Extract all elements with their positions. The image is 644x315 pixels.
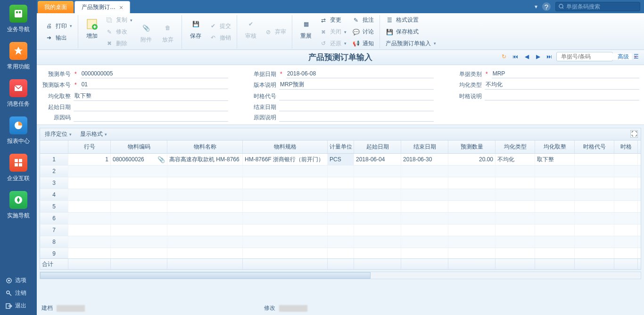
- cell-qty[interactable]: 20.00: [448, 154, 495, 165]
- format-set-button[interactable]: ☰格式设置: [383, 15, 439, 25]
- field-version[interactable]: 01: [81, 81, 228, 89]
- display-format-button[interactable]: 显示格式▾: [80, 130, 107, 138]
- cell-name[interactable]: 高容高速存取款机 HM-8766: [167, 154, 243, 165]
- export-button[interactable]: ➜输出: [42, 33, 75, 43]
- col-spec[interactable]: 物料规格: [243, 141, 328, 153]
- print-button[interactable]: 🖨打印▾: [42, 21, 75, 31]
- table-row[interactable]: 3: [40, 177, 641, 189]
- modify-button[interactable]: ✎修改: [103, 27, 135, 37]
- add-button[interactable]: 增加: [81, 15, 103, 49]
- field-order-no[interactable]: 0000000005: [81, 70, 228, 78]
- discard-button[interactable]: 🗑放弃: [157, 19, 179, 45]
- rail-options[interactable]: 选项: [5, 274, 32, 287]
- first-icon[interactable]: ⏮: [511, 52, 520, 61]
- save-button[interactable]: 💾保存: [185, 15, 206, 49]
- next-icon[interactable]: ▶: [534, 52, 542, 61]
- rail-exit[interactable]: 退出: [5, 299, 32, 312]
- table-row[interactable]: 6: [40, 213, 641, 224]
- scrollbar-thumb[interactable]: [40, 272, 371, 279]
- barcode-search-input[interactable]: [566, 3, 637, 10]
- tab-active-forecast[interactable]: 产品预测订… ×: [74, 1, 130, 13]
- col-material-name[interactable]: 物料名称: [167, 141, 243, 153]
- expand-icon[interactable]: ⛶: [630, 130, 638, 138]
- field-end[interactable]: [279, 103, 434, 111]
- field-reason[interactable]: [74, 113, 228, 122]
- table-row[interactable]: 2: [40, 166, 641, 177]
- rail-item-favorites[interactable]: 常用功能: [0, 38, 37, 75]
- field-timecode[interactable]: [279, 92, 434, 100]
- cell-round[interactable]: 取下整: [535, 154, 575, 165]
- sort-button[interactable]: 排序定位▾: [45, 130, 72, 138]
- prev-icon[interactable]: ◀: [522, 52, 531, 61]
- tab-desktop[interactable]: 我的桌面: [38, 1, 74, 13]
- cell-uniform[interactable]: 不均化: [495, 154, 535, 165]
- table-row[interactable]: 7: [40, 224, 641, 236]
- barcode-search[interactable]: [555, 2, 640, 11]
- help-icon[interactable]: ?: [542, 2, 551, 11]
- field-round[interactable]: 取下整: [74, 91, 228, 101]
- table-row[interactable]: 4: [40, 189, 641, 201]
- cell-end[interactable]: 2018-06-30: [401, 154, 448, 165]
- redisplay-button[interactable]: ▦重展: [295, 15, 317, 49]
- cell-spec[interactable]: HM-8766F 浙商银行（前开门）: [243, 154, 328, 165]
- field-uniform[interactable]: 不均化: [485, 80, 639, 90]
- col-time[interactable]: 时格: [614, 141, 638, 153]
- discuss-button[interactable]: 💬讨论: [349, 27, 377, 37]
- horizontal-scrollbar[interactable]: [40, 272, 641, 279]
- col-unit[interactable]: 计量单位: [328, 141, 354, 153]
- field-start[interactable]: [74, 103, 228, 111]
- rail-item-biz-nav[interactable]: 业务导航: [0, 1, 37, 38]
- cell-timecode[interactable]: [575, 154, 614, 165]
- submit-button[interactable]: ✔提交: [206, 21, 234, 31]
- notify-button[interactable]: 📢通知: [349, 38, 377, 49]
- cell-time[interactable]: [614, 154, 638, 165]
- list-view-icon[interactable]: ☰: [632, 52, 640, 61]
- field-bill-date[interactable]: 2018-06-08: [286, 70, 434, 78]
- close-button[interactable]: ✖关闭▾: [317, 27, 349, 37]
- field-bill-type[interactable]: MRP: [492, 70, 639, 78]
- revoke-button[interactable]: ↶撤销: [206, 33, 234, 43]
- modify-user: [279, 305, 307, 312]
- field-ver-desc[interactable]: MRP预测: [279, 80, 434, 90]
- cell-start[interactable]: 2018-06-04: [354, 154, 401, 165]
- cell-code[interactable]: 0800600026📎: [111, 154, 167, 165]
- delete-button[interactable]: ✖删除: [103, 38, 135, 49]
- dropdown-caret-icon[interactable]: ▾: [535, 3, 537, 10]
- rail-item-implement[interactable]: 实施导航: [0, 187, 37, 224]
- save-format-button[interactable]: 💾保存格式: [383, 27, 439, 37]
- table-row[interactable]: 1 1 0800600026📎 高容高速存取款机 HM-8766 HM-8766…: [40, 154, 641, 166]
- rail-logout[interactable]: 注销: [5, 287, 32, 299]
- cell-unit[interactable]: PCS: [328, 154, 354, 165]
- grid-body[interactable]: 1 1 0800600026📎 高容高速存取款机 HM-8766 HM-8766…: [40, 154, 641, 258]
- rail-item-messages[interactable]: 消息任务: [0, 75, 37, 113]
- table-row[interactable]: 5: [40, 201, 641, 213]
- col-round[interactable]: 均化取整: [535, 141, 575, 153]
- col-timecode[interactable]: 时格代号: [575, 141, 614, 153]
- field-reason-desc[interactable]: [279, 113, 434, 122]
- table-row[interactable]: 9: [40, 248, 641, 258]
- change-button[interactable]: ⇄变更: [317, 15, 349, 25]
- attach-button[interactable]: 📎附件: [135, 19, 157, 45]
- import-link-button[interactable]: 产品预测订单输入▾: [383, 38, 439, 49]
- audit-button[interactable]: ✔审核: [240, 15, 262, 49]
- col-end[interactable]: 结束日期: [401, 141, 448, 153]
- rail-item-reports[interactable]: 报表中心: [0, 113, 37, 150]
- return-button[interactable]: ↺还原▾: [317, 38, 349, 49]
- table-row[interactable]: 8: [40, 236, 641, 248]
- col-material-code[interactable]: 物料编码: [111, 141, 167, 153]
- col-qty[interactable]: 预测数量: [448, 141, 495, 153]
- rail-item-enterprise[interactable]: 企业互联: [0, 150, 37, 187]
- abandon-audit-button[interactable]: ⊘弃审: [262, 27, 289, 37]
- cell-line-no[interactable]: 1: [68, 154, 111, 165]
- last-icon[interactable]: ⏭: [545, 52, 553, 61]
- copy-button[interactable]: ⿻复制▾: [103, 15, 135, 25]
- col-start[interactable]: 起始日期: [354, 141, 401, 153]
- col-uniform[interactable]: 均化类型: [495, 141, 535, 153]
- col-line-no[interactable]: 行号: [68, 141, 111, 153]
- doc-search[interactable]: ×: [556, 52, 613, 61]
- annotate-button[interactable]: ✎批注: [349, 15, 377, 25]
- tab-close-icon[interactable]: ×: [119, 4, 123, 11]
- refresh-icon[interactable]: ↻: [500, 52, 508, 61]
- field-timedesc[interactable]: [485, 92, 639, 100]
- advanced-link[interactable]: 高级: [618, 53, 629, 61]
